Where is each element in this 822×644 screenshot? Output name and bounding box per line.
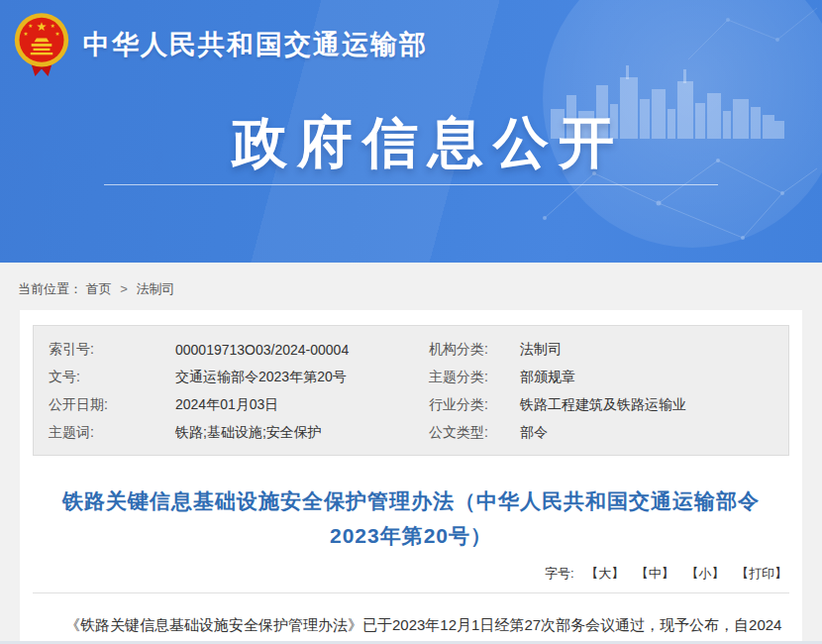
svg-text:★: ★ bbox=[24, 31, 29, 37]
font-size-large-button[interactable]: 【大】 bbox=[585, 566, 624, 581]
meta-value-topic-category: 部颁规章 bbox=[520, 369, 788, 386]
site-brand[interactable]: ★ ★ ★ ★ ★ 中华人民共和国交通运输部 bbox=[12, 12, 428, 77]
meta-label-org-category: 机构分类: bbox=[429, 341, 520, 359]
meta-label-industry-category: 行业分类: bbox=[429, 396, 520, 414]
meta-value-org-category: 法制司 bbox=[520, 341, 788, 359]
meta-value-publish-date: 2024年01月03日 bbox=[175, 396, 429, 414]
banner-title: 政府信息公开 bbox=[0, 107, 822, 178]
meta-value-doc-type: 部令 bbox=[520, 424, 788, 442]
site-name[interactable]: 中华人民共和国交通运输部 bbox=[83, 27, 428, 62]
article-title: 铁路关键信息基础设施安全保护管理办法（中华人民共和国交通运输部令2023年第20… bbox=[45, 483, 777, 553]
font-size-medium-button[interactable]: 【中】 bbox=[636, 566, 674, 581]
meta-label-index-number: 索引号: bbox=[49, 341, 175, 359]
font-size-controls: 字号: 【大】 【中】 【小】 【打印】 bbox=[20, 565, 787, 583]
meta-label-keywords: 主题词: bbox=[49, 424, 175, 442]
national-emblem-icon: ★ ★ ★ ★ ★ bbox=[12, 12, 71, 77]
meta-row: 公开日期: 2024年01月03日 行业分类: 铁路工程建筑及铁路运输业 bbox=[49, 391, 788, 419]
banner-title-underline bbox=[104, 184, 718, 185]
meta-value-index-number: 000019713O03/2024-00004 bbox=[175, 342, 429, 358]
title-divider bbox=[33, 592, 789, 593]
meta-label-topic-category: 主题分类: bbox=[429, 369, 520, 386]
article-body: 《铁路关键信息基础设施安全保护管理办法》已于2023年12月1日经第27次部务会… bbox=[36, 613, 786, 644]
font-size-label: 字号: bbox=[545, 566, 574, 581]
site-header: ★ ★ ★ ★ ★ 中华人民共和国交通运输部 政府信息公开 bbox=[0, 0, 822, 263]
meta-row: 索引号: 000019713O03/2024-00004 机构分类: 法制司 bbox=[49, 336, 788, 364]
page-root: ★ ★ ★ ★ ★ 中华人民共和国交通运输部 政府信息公开 当前位置： 首页 >… bbox=[0, 0, 822, 644]
svg-text:★: ★ bbox=[51, 23, 55, 29]
meta-value-doc-number: 交通运输部令2023年第20号 bbox=[175, 369, 429, 386]
meta-value-industry-category: 铁路工程建筑及铁路运输业 bbox=[520, 396, 788, 414]
meta-row: 主题词: 铁路;基础设施;安全保护 公文类型: 部令 bbox=[49, 419, 788, 447]
breadcrumb: 当前位置： 首页 > 法制司 bbox=[0, 263, 822, 298]
meta-row: 文号: 交通运输部令2023年第20号 主题分类: 部颁规章 bbox=[49, 364, 788, 391]
breadcrumb-separator: > bbox=[120, 281, 128, 296]
svg-text:★: ★ bbox=[37, 20, 48, 34]
svg-text:★: ★ bbox=[28, 23, 33, 29]
svg-text:★: ★ bbox=[54, 31, 59, 37]
meta-label-publish-date: 公开日期: bbox=[49, 396, 175, 414]
constellation-icon bbox=[683, 0, 822, 69]
font-size-small-button[interactable]: 【小】 bbox=[685, 566, 724, 581]
print-button[interactable]: 【打印】 bbox=[736, 566, 787, 581]
meta-label-doc-number: 文号: bbox=[49, 369, 175, 386]
breadcrumb-link-section[interactable]: 法制司 bbox=[136, 281, 174, 296]
meta-value-keywords: 铁路;基础设施;安全保护 bbox=[175, 424, 429, 442]
content-card: 索引号: 000019713O03/2024-00004 机构分类: 法制司 文… bbox=[20, 310, 802, 644]
meta-label-doc-type: 公文类型: bbox=[429, 424, 520, 442]
breadcrumb-link-home[interactable]: 首页 bbox=[86, 281, 112, 296]
document-meta-table: 索引号: 000019713O03/2024-00004 机构分类: 法制司 文… bbox=[33, 325, 789, 456]
breadcrumb-label: 当前位置： bbox=[18, 281, 82, 296]
